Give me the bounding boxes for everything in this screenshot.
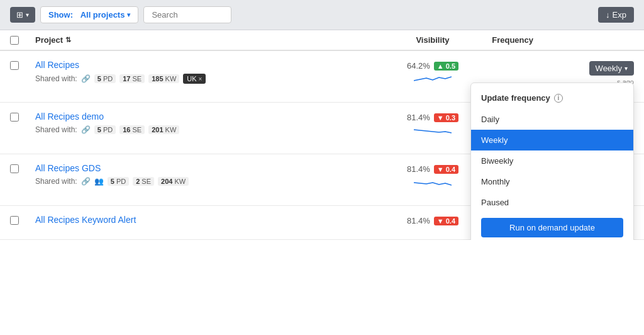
visibility-percent: 81.4% (407, 164, 430, 174)
visibility-percent: 64.2% (407, 61, 430, 71)
row-checkbox[interactable] (10, 164, 19, 173)
sparkline-chart (414, 176, 452, 189)
stat-se: 16 SE (119, 125, 145, 134)
project-meta: Shared with: 🔗 5 PD 16 SE 201 KW (35, 125, 370, 134)
project-info: All Recipes GDS Shared with: 🔗 👥 5 PD 2 … (35, 163, 370, 186)
project-name-link[interactable]: All Recipes demo (35, 111, 370, 122)
toolbar: ⊞ ▾ Show: All projects ▾ ↓ Exp (0, 0, 644, 30)
sort-icon[interactable]: ⇅ (65, 36, 71, 44)
visibility-percent: 81.4% (407, 216, 430, 225)
row-checkbox[interactable] (10, 113, 19, 122)
show-projects-button[interactable]: Show: All projects ▾ (40, 6, 138, 23)
info-icon[interactable]: i (554, 94, 563, 103)
frequency-cell: Weekly ▾ s ago 1, 2020 Update frequency … (496, 60, 634, 93)
sparkline-chart (414, 73, 452, 86)
link-icon: 🔗 (81, 74, 91, 83)
link-icon: 🔗 (81, 125, 91, 134)
export-icon: ↓ (606, 10, 610, 20)
option-weekly[interactable]: Weekly (471, 130, 633, 150)
project-info: All Recipes demo Shared with: 🔗 5 PD 16 … (35, 111, 370, 134)
grid-icon: ⊞ (16, 10, 23, 20)
project-meta: Shared with: 🔗 5 PD 17 SE 185 KW UK × (35, 74, 370, 84)
tag-close-icon[interactable]: × (199, 76, 203, 82)
option-monthly[interactable]: Monthly (471, 171, 633, 192)
select-all-checkbox[interactable] (10, 36, 19, 45)
show-chevron-icon: ▾ (127, 11, 130, 18)
row-checkbox[interactable] (10, 61, 19, 70)
visibility-percent: 81.4% (407, 113, 430, 122)
table-header: Project ⇅ Visibility Frequency (0, 30, 644, 51)
link-icon: 🔗 (81, 177, 91, 186)
table-row: All Recipes Shared with: 🔗 5 PD 17 SE 18… (0, 51, 644, 103)
project-name-link[interactable]: All Recipes GDS (35, 163, 370, 173)
visibility-change-badge: ▼ 0.3 (434, 113, 458, 122)
stat-pd: 5 PD (94, 74, 116, 83)
col-header-project: Project ⇅ (35, 35, 370, 45)
frequency-button[interactable]: Weekly ▾ (589, 61, 634, 76)
run-on-demand-button[interactable]: Run on demand update (481, 218, 623, 237)
freq-chevron-icon: ▾ (625, 65, 628, 72)
project-info: All Recipes Shared with: 🔗 5 PD 17 SE 18… (35, 60, 370, 84)
row-checkbox[interactable] (10, 216, 19, 225)
stat-kw: 204 KW (158, 177, 189, 186)
shared-with-label: Shared with: (35, 177, 77, 186)
project-name-link[interactable]: All Recipes Keyword Alert (35, 215, 370, 225)
tag-uk: UK × (183, 74, 206, 84)
project-name-link[interactable]: All Recipes (35, 60, 370, 70)
option-daily[interactable]: Daily (471, 109, 633, 130)
stat-kw: 201 KW (148, 125, 179, 134)
visibility-change-badge: ▼ 0.4 (434, 165, 458, 174)
option-biweekly[interactable]: Biweekly (471, 150, 633, 171)
grid-view-button[interactable]: ⊞ ▾ (10, 7, 35, 23)
stat-se: 17 SE (119, 74, 145, 83)
search-input[interactable] (143, 6, 231, 23)
group-icon: 👥 (94, 177, 104, 186)
shared-with-label: Shared with: (35, 125, 77, 134)
stat-pd: 5 PD (108, 177, 129, 186)
show-label: Show: (48, 10, 73, 20)
stat-kw: 185 KW (148, 74, 179, 83)
export-button[interactable]: ↓ Exp (598, 7, 634, 23)
project-info: All Recipes Keyword Alert (35, 215, 370, 229)
col-header-visibility: Visibility (370, 35, 496, 45)
sparkline-chart (414, 125, 452, 137)
shared-with-label: Shared with: (35, 74, 77, 83)
option-paused[interactable]: Paused (471, 192, 633, 213)
dropdown-title: Update frequency i (471, 88, 633, 109)
stat-pd: 5 PD (94, 125, 116, 134)
stat-se: 2 SE (133, 177, 154, 186)
visibility-cell: 64.2% ▲ 0.5 (370, 60, 496, 86)
col-header-frequency: Frequency (496, 35, 634, 45)
project-meta: Shared with: 🔗 👥 5 PD 2 SE 204 KW (35, 177, 370, 186)
visibility-change-badge: ▲ 0.5 (434, 62, 458, 71)
visibility-change-badge: ▼ 0.4 (434, 217, 458, 225)
frequency-dropdown: Update frequency i Daily Weekly Biweekly… (470, 82, 634, 240)
grid-chevron-icon: ▾ (26, 11, 29, 18)
